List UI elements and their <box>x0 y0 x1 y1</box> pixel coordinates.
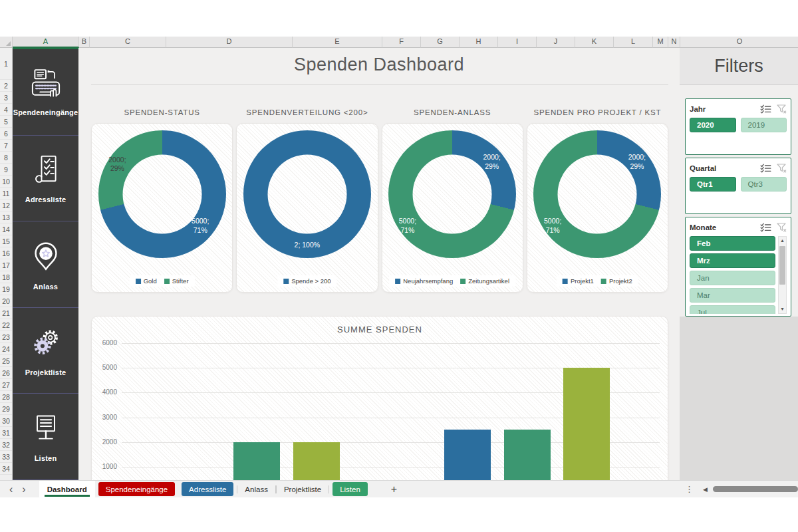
horizontal-scrollbar-thumb[interactable] <box>713 486 798 492</box>
multiselect-icon[interactable] <box>760 104 771 114</box>
column-header-D[interactable]: D <box>166 37 293 48</box>
slicer-item-jan[interactable]: Jan <box>690 271 775 285</box>
scroll-down-icon[interactable]: ▼ <box>780 305 785 313</box>
sidebar-item-anlass[interactable]: Anlass <box>13 221 78 308</box>
bar-chart-card[interactable]: SUMME SPENDEN 600050004000300020001000 <box>91 316 668 480</box>
row-header-29[interactable]: 29 <box>0 403 12 415</box>
donut-chart-spenden-status[interactable]: 2000; 29%5000; 71%GoldStifter <box>91 123 233 293</box>
row-header-22[interactable]: 22 <box>0 319 12 331</box>
row-header-16[interactable]: 16 <box>0 247 12 259</box>
slicer-item-2020[interactable]: 2020 <box>690 118 736 132</box>
scroll-thumb[interactable] <box>779 246 785 285</box>
column-header-I[interactable]: I <box>498 37 537 48</box>
slicer-item-jul[interactable]: Jul <box>690 305 775 314</box>
row-header-19[interactable]: 19 <box>0 283 12 295</box>
multiselect-icon[interactable] <box>760 223 771 232</box>
row-header-2[interactable]: 2 <box>0 80 12 92</box>
hscroll-left-arrow-icon[interactable]: ◀ <box>703 486 708 493</box>
tab-anlass[interactable]: Anlass <box>237 481 276 498</box>
legend-label: Neujahrsempfang <box>403 277 453 285</box>
tab-dashboard[interactable]: Dashboard <box>39 481 95 498</box>
legend-item-zeitungsartikel: Zeitungsartikel <box>460 277 509 285</box>
slicer-scrollbar[interactable]: ▲▼ <box>778 236 787 314</box>
row-header-3[interactable]: 3 <box>0 92 12 104</box>
donut-ring: 2000; 29%5000; 71% <box>388 130 516 258</box>
tab-spendeneingänge[interactable]: Spendeneingänge <box>98 482 175 496</box>
slicer-item-2019[interactable]: 2019 <box>741 118 787 132</box>
column-header-A[interactable]: A <box>13 37 79 48</box>
column-header-F[interactable]: F <box>382 37 421 48</box>
row-header-8[interactable]: 8 <box>0 152 12 164</box>
tab-nav-right-icon[interactable]: › <box>22 481 25 498</box>
sidebar-item-listen[interactable]: Listen <box>13 394 78 480</box>
column-header-N[interactable]: N <box>668 37 680 48</box>
row-header-33[interactable]: 33 <box>0 451 12 463</box>
sidebar-item-spendeneingänge[interactable]: Spendeneingänge <box>13 49 78 136</box>
row-header-14[interactable]: 14 <box>0 223 12 235</box>
tab-nav-left-icon[interactable]: ‹ <box>9 481 13 498</box>
row-header-21[interactable]: 21 <box>0 307 12 319</box>
row-header-1[interactable]: 1 <box>0 48 12 80</box>
row-header-25[interactable]: 25 <box>0 355 12 367</box>
bar-chart-section: SUMME SPENDEN 600050004000300020001000 <box>91 316 668 480</box>
select-all-corner[interactable] <box>0 37 13 48</box>
row-header-13[interactable]: 13 <box>0 211 12 223</box>
row-header-24[interactable]: 24 <box>0 343 12 355</box>
row-header-12[interactable]: 12 <box>0 200 12 211</box>
legend-swatch <box>563 279 568 284</box>
row-header-26[interactable]: 26 <box>0 367 12 379</box>
column-header-O[interactable]: O <box>680 37 798 48</box>
sidebar-item-adressliste[interactable]: Adressliste <box>13 136 78 222</box>
row-header-10[interactable]: 10 <box>0 176 12 188</box>
column-header-G[interactable]: G <box>421 37 460 48</box>
slicer-item-qtr1[interactable]: Qtr1 <box>690 177 736 192</box>
row-header-4[interactable]: 4 <box>0 104 12 116</box>
slicer-item-qtr3[interactable]: Qtr3 <box>741 177 787 192</box>
row-header-34[interactable]: 34 <box>0 463 12 475</box>
row-header-23[interactable]: 23 <box>0 331 12 343</box>
column-header-E[interactable]: E <box>293 37 382 48</box>
clear-filter-icon[interactable] <box>777 223 787 232</box>
row-header-6[interactable]: 6 <box>0 128 12 140</box>
row-header-31[interactable]: 31 <box>0 427 12 439</box>
sidebar-item-projektliste[interactable]: Projektliste <box>13 308 78 394</box>
row-header-27[interactable]: 27 <box>0 379 12 391</box>
tab-adressliste[interactable]: Adressliste <box>182 482 233 496</box>
tab-projektliste[interactable]: Projektliste <box>276 481 329 498</box>
slicer-item-mrz[interactable]: Mrz <box>690 253 775 268</box>
slicer-title: Jahr <box>690 105 755 113</box>
chart-section-spenden-anlass: SPENDEN-ANLASS2000; 29%5000; 71%Neujahrs… <box>382 101 523 293</box>
row-header-7[interactable]: 7 <box>0 140 12 152</box>
column-header-B[interactable]: B <box>79 37 90 48</box>
column-header-M[interactable]: M <box>653 37 668 48</box>
row-header-17[interactable]: 17 <box>0 259 12 271</box>
row-header-28[interactable]: 28 <box>0 391 12 403</box>
row-header-18[interactable]: 18 <box>0 271 12 283</box>
donut-chart-spenden-anlass[interactable]: 2000; 29%5000; 71%NeujahrsempfangZeitung… <box>382 123 523 293</box>
row-header-32[interactable]: 32 <box>0 439 12 451</box>
column-header-L[interactable]: L <box>614 37 653 48</box>
tab-listen[interactable]: Listen <box>332 482 368 496</box>
column-header-J[interactable]: J <box>537 37 575 48</box>
slicer-item-mar[interactable]: Mar <box>690 288 775 303</box>
scroll-up-icon[interactable]: ▲ <box>780 237 785 245</box>
column-header-H[interactable]: H <box>460 37 498 48</box>
row-header-30[interactable]: 30 <box>0 415 12 427</box>
donut-chart-spenden-pro-projekt-kst[interactable]: 2000; 29%5000; 71%Projekt1Projekt2 <box>527 123 668 293</box>
clear-filter-icon[interactable] <box>777 104 787 114</box>
row-header-15[interactable]: 15 <box>0 235 12 247</box>
multiselect-icon[interactable] <box>760 164 771 173</box>
row-header-11[interactable]: 11 <box>0 188 12 200</box>
column-header-K[interactable]: K <box>575 37 614 48</box>
ytick-2000: 2000 <box>94 438 117 446</box>
scroll-track[interactable] <box>779 245 786 305</box>
row-header-9[interactable]: 9 <box>0 164 12 176</box>
add-sheet-button[interactable]: + <box>391 483 397 495</box>
row-header-5[interactable]: 5 <box>0 116 12 128</box>
tabbar-resize-handle-icon[interactable]: ⋮ <box>685 484 694 494</box>
row-header-20[interactable]: 20 <box>0 295 12 307</box>
donut-chart-spendenverteilung-200-[interactable]: 2; 100%Spende > 200 <box>236 123 378 293</box>
column-header-C[interactable]: C <box>90 37 166 48</box>
slicer-item-feb[interactable]: Feb <box>690 236 775 251</box>
clear-filter-icon[interactable] <box>777 164 787 173</box>
